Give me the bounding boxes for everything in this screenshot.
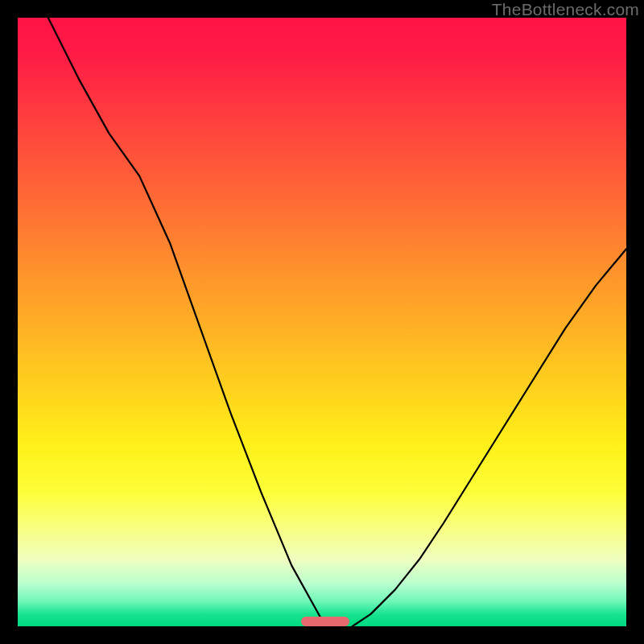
plot-area: [18, 18, 626, 626]
curve-right-branch: [353, 249, 626, 626]
chart-canvas: TheBottleneck.com: [0, 0, 644, 644]
bottleneck-curve: [18, 18, 626, 626]
watermark-text: TheBottleneck.com: [492, 0, 639, 19]
curve-left-branch: [48, 18, 334, 626]
optimal-range-marker: [301, 617, 349, 626]
